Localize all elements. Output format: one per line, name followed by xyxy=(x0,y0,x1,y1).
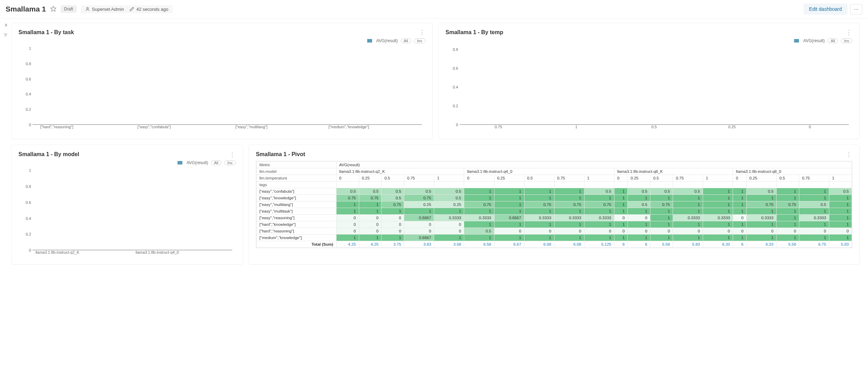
pivot-cell: 1 xyxy=(359,201,382,208)
y-tick: 0.4 xyxy=(26,216,31,221)
card-menu-by-task[interactable]: ⋮ xyxy=(419,29,425,36)
legend-all-pill[interactable]: All xyxy=(401,38,411,43)
pivot-cell: 1 xyxy=(554,195,584,201)
table-row: ["easy","reasoning"]0000.66670.33330.333… xyxy=(256,215,852,221)
pivot-cell: 1 xyxy=(554,188,584,195)
pivot-scroll[interactable]: MetricAVG(result)llm.modelllama3.1:8b-in… xyxy=(256,161,852,248)
legend-inv-pill[interactable]: Inv xyxy=(224,160,236,165)
pivot-cell: 0.75 xyxy=(650,201,673,208)
x-tick: 0 xyxy=(771,125,849,132)
pivot-cell: 0.5 xyxy=(359,188,382,195)
pivot-cell: 1 xyxy=(703,235,733,241)
pivot-cell: 0.75 xyxy=(404,195,434,201)
table-row: ["hard","knowledge"]00000111111111111111 xyxy=(256,221,852,228)
edit-dashboard-button[interactable]: Edit dashboard xyxy=(803,3,847,15)
ellipsis-icon: ⋯ xyxy=(854,7,859,12)
pivot-cell: 1 xyxy=(382,208,404,215)
pivot-cell: 1 xyxy=(650,235,673,241)
pivot-cell: 0.75 xyxy=(524,201,554,208)
last-modified: 42 seconds ago xyxy=(136,7,168,12)
pivot-cell: 0 xyxy=(746,228,776,235)
pivot-cell: 1 xyxy=(703,221,733,228)
page-title: Smallama 1 xyxy=(6,5,46,13)
card-menu-by-temp[interactable]: ⋮ xyxy=(846,29,852,36)
pivot-cell: 1 xyxy=(584,208,614,215)
star-icon xyxy=(50,6,56,12)
owner-name: Superset Admin xyxy=(92,7,124,12)
legend-all-pill[interactable]: All xyxy=(828,38,838,43)
pivot-cell: 0.3333 xyxy=(434,215,464,221)
pivot-cell: 1 xyxy=(673,208,703,215)
pivot-cell: 1 xyxy=(614,235,628,241)
legend-all-pill[interactable]: All xyxy=(211,160,221,165)
dashboard-more-button[interactable]: ⋯ xyxy=(850,4,862,14)
pivot-cell: 0 xyxy=(494,228,524,235)
legend-swatch-icon xyxy=(178,161,182,164)
filter-icon xyxy=(3,33,8,38)
y-tick: 0 xyxy=(456,123,458,127)
pivot-cell: 1 xyxy=(554,221,584,228)
pivot-cell: 0.3333 xyxy=(673,215,703,221)
pivot-cell: 0 xyxy=(359,228,382,235)
pivot-cell: 0 xyxy=(359,215,382,221)
pivot-cell: 0.3333 xyxy=(799,215,829,221)
pivot-cell: 0.5 xyxy=(336,188,359,195)
svg-point-1 xyxy=(86,7,88,9)
pivot-cell: 0.75 xyxy=(359,195,382,201)
card-by-temp: Smallama 1 - By temp ⋮ AVG(result) All I… xyxy=(438,23,860,139)
pivot-cell: 1 xyxy=(673,221,703,228)
legend-label: AVG(result) xyxy=(803,38,825,43)
x-tick: 0.25 xyxy=(693,125,771,132)
pivot-cell: 1 xyxy=(829,221,852,228)
expand-sidebar-button[interactable] xyxy=(3,23,8,29)
pivot-cell: 0 xyxy=(628,228,650,235)
favorite-star-button[interactable] xyxy=(49,4,58,14)
pivot-cell: 0 xyxy=(614,215,628,221)
pivot-cell: 1 xyxy=(584,195,614,201)
pivot-cell: 0 xyxy=(382,228,404,235)
pivot-cell: 1 xyxy=(494,188,524,195)
pivot-cell: 0.6667 xyxy=(494,215,524,221)
pivot-cell: 0 xyxy=(336,221,359,228)
pivot-table: MetricAVG(result)llm.modelllama3.1:8b-in… xyxy=(256,161,852,248)
pivot-cell: 0 xyxy=(584,228,614,235)
pivot-cell: 0 xyxy=(776,228,799,235)
pivot-cell: 0.6667 xyxy=(404,215,434,221)
svg-marker-0 xyxy=(51,6,56,11)
user-icon xyxy=(85,7,90,12)
pivot-cell: 1 xyxy=(746,208,776,215)
pivot-cell: 1 xyxy=(614,201,628,208)
pivot-cell: 1 xyxy=(554,235,584,241)
pivot-cell: 0 xyxy=(628,215,650,221)
table-row: ["easy","confabula"]0.50.50.50.50.511110… xyxy=(256,188,852,195)
card-menu-pivot[interactable]: ⋮ xyxy=(846,151,852,158)
chart-by-task: 00.20.40.60.81 ["hard","reasoning"]["eas… xyxy=(18,45,425,132)
y-tick: 0 xyxy=(29,123,31,127)
filter-button[interactable] xyxy=(3,33,8,39)
card-menu-by-model[interactable]: ⋮ xyxy=(229,151,236,158)
x-tick: ["easy","multilang"] xyxy=(227,125,276,132)
y-tick: 0.2 xyxy=(26,107,31,112)
pivot-cell: 1 xyxy=(746,235,776,241)
pivot-cell: 1 xyxy=(799,188,829,195)
pivot-cell: 1 xyxy=(650,215,673,221)
pivot-cell: 1 xyxy=(673,195,703,201)
pivot-cell: 1 xyxy=(733,188,747,195)
pivot-cell: 1 xyxy=(494,195,524,201)
x-tick xyxy=(373,125,422,132)
legend-inv-pill[interactable]: Inv xyxy=(841,38,852,43)
draft-badge: Draft xyxy=(61,5,77,13)
pivot-cell: 0.3333 xyxy=(746,215,776,221)
pivot-cell: 1 xyxy=(464,195,494,201)
pivot-cell: 0.75 xyxy=(776,201,799,208)
pivot-cell: 1 xyxy=(628,235,650,241)
pivot-cell: 1 xyxy=(382,235,404,241)
pivot-cell: 0.6667 xyxy=(404,235,434,241)
pivot-cell: 0.75 xyxy=(464,201,494,208)
pivot-cell: 1 xyxy=(614,208,628,215)
pivot-cell: 0.25 xyxy=(404,201,434,208)
pivot-cell: 1 xyxy=(464,221,494,228)
legend-inv-pill[interactable]: Inv xyxy=(414,38,425,43)
pivot-cell: 1 xyxy=(829,201,852,208)
pivot-cell: 1 xyxy=(733,195,747,201)
